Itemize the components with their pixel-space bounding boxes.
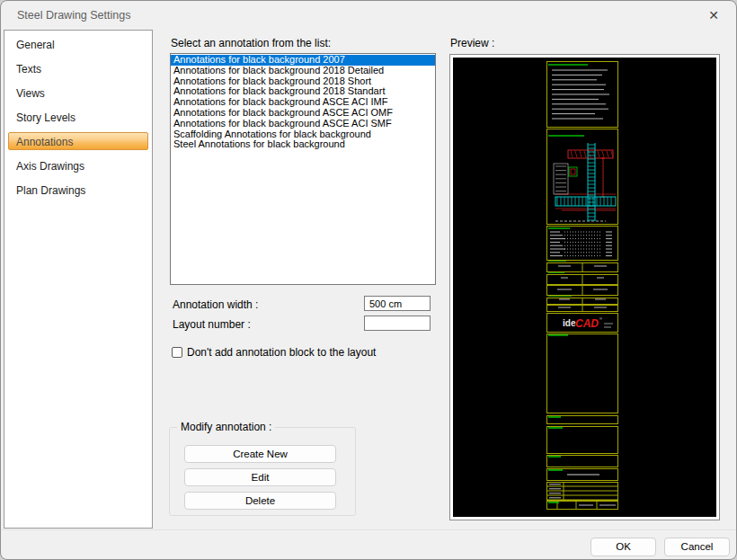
logo-cad-text: CAD	[575, 317, 599, 330]
ok-button[interactable]: OK	[590, 538, 656, 556]
create-new-button[interactable]: Create New	[184, 445, 336, 463]
cancel-button[interactable]: Cancel	[664, 538, 730, 556]
sidebar-item-views[interactable]: Views	[8, 84, 148, 102]
annotation-width-label: Annotation width :	[173, 298, 258, 311]
sidebar: GeneralTextsViewsStory LevelsAnnotations…	[4, 30, 153, 529]
logo-mark: ®	[599, 316, 602, 321]
steel-drawing-settings-dialog: Steel Drawing Settings ✕ GeneralTextsVie…	[0, 0, 737, 560]
sidebar-item-plan-drawings[interactable]: Plan Drawings	[8, 181, 148, 199]
sidebar-item-annotations[interactable]: Annotations	[8, 132, 148, 150]
dont-add-annotation-label: Don't add annotation block to the layout	[187, 346, 376, 359]
sidebar-item-texts[interactable]: Texts	[8, 59, 148, 77]
preview-frame: ide CAD ®	[449, 54, 720, 520]
close-icon[interactable]: ✕	[706, 7, 722, 23]
annotation-list-item[interactable]: Annotations for black background ASCE AC…	[171, 119, 435, 129]
window-title: Steel Drawing Settings	[17, 9, 130, 22]
footer: OK Cancel	[1, 529, 736, 560]
sidebar-item-story-levels[interactable]: Story Levels	[8, 108, 148, 126]
layout-number-input[interactable]	[364, 316, 431, 331]
edit-button[interactable]: Edit	[184, 468, 336, 486]
layout-number-label: Layout number :	[173, 318, 251, 331]
delete-button[interactable]: Delete	[184, 492, 336, 510]
annotation-width-input[interactable]	[364, 296, 431, 311]
annotation-listbox[interactable]: Annotations for black background 2007Ann…	[170, 53, 436, 285]
sidebar-item-axis-drawings[interactable]: Axis Drawings	[8, 156, 148, 174]
sidebar-item-general[interactable]: General	[8, 35, 148, 53]
preview-label: Preview :	[450, 37, 494, 49]
annotation-list-label: Select an annotation from the list:	[171, 37, 331, 49]
title-bar: Steel Drawing Settings ✕	[1, 1, 736, 30]
annotation-list-item[interactable]: Annotations for black background 2018 De…	[171, 66, 435, 76]
dont-add-annotation-checkbox[interactable]	[172, 347, 182, 358]
modify-annotation-label: Modify annotation :	[177, 421, 275, 433]
annotation-preview-drawing: ide CAD ®	[453, 58, 716, 517]
annotation-list-item[interactable]: Steel Annotations for black background	[171, 139, 435, 150]
annotation-list-item[interactable]: Annotations for black background ASCE AC…	[171, 108, 435, 119]
preview-image: ide CAD ®	[453, 58, 716, 517]
logo-ide-text: ide	[563, 318, 576, 328]
modify-annotation-group: Modify annotation : Create NewEditDelete	[169, 427, 356, 516]
